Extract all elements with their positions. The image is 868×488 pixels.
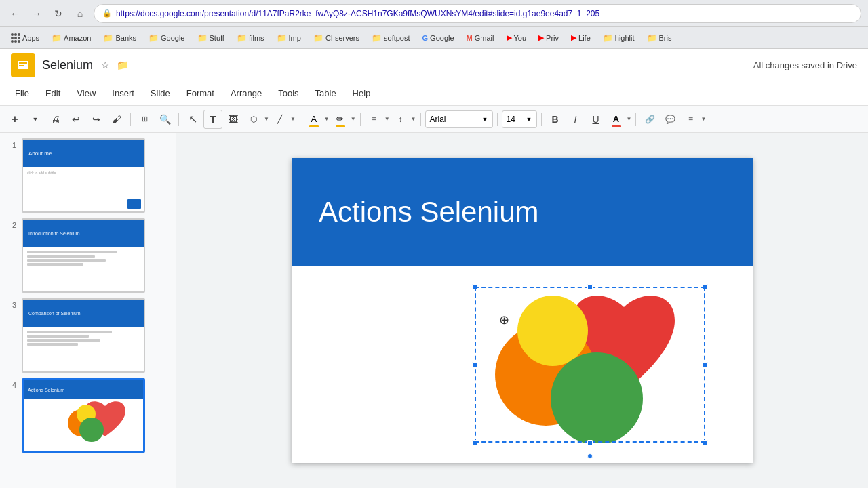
print-button[interactable]: 🖨: [46, 110, 65, 129]
slide-thumb-2[interactable]: Introduction to Selenium: [22, 218, 145, 293]
home-button[interactable]: ⌂: [72, 5, 88, 22]
handle-tc[interactable]: [587, 284, 593, 289]
paragraph-align-dropdown[interactable]: ≡ ▼: [681, 110, 706, 129]
menu-help[interactable]: Help: [346, 85, 378, 101]
slide-body[interactable]: ⊕: [292, 266, 753, 463]
select-button[interactable]: ↖: [183, 110, 202, 129]
bookmark-softpost[interactable]: 📁 softpost: [366, 31, 416, 45]
slide-title-area[interactable]: Actions Selenium: [292, 158, 753, 266]
slide-item-4[interactable]: 4 Actions Selenium: [5, 378, 170, 453]
font-selector[interactable]: Arial ▼: [425, 110, 493, 128]
handle-tl[interactable]: [472, 284, 477, 289]
content-line: [27, 331, 112, 333]
bookmark-banks[interactable]: 📁 Banks: [98, 31, 142, 45]
menu-insert[interactable]: Insert: [105, 85, 141, 101]
text-align-button[interactable]: ≡: [365, 110, 384, 129]
bookmark-highlit[interactable]: 📁 highlit: [597, 31, 640, 45]
handle-bl[interactable]: [472, 440, 477, 445]
line-color-button[interactable]: ✏: [331, 110, 350, 129]
shapes-dropdown[interactable]: ⬡ ▼: [244, 110, 269, 129]
slide-thumb-4[interactable]: Actions Selenium: [22, 378, 145, 453]
menu-edit[interactable]: Edit: [39, 85, 67, 101]
folder-button[interactable]: 📁: [115, 58, 130, 72]
text-align-dropdown[interactable]: ≡ ▼: [365, 110, 390, 129]
editing-area[interactable]: Actions Selenium: [176, 133, 868, 488]
slide2-body: [23, 247, 144, 270]
italic-button[interactable]: I: [566, 110, 585, 129]
add-dropdown-button[interactable]: ▼: [26, 110, 45, 129]
redo-button[interactable]: ↪: [87, 110, 106, 129]
slide-item-1[interactable]: 1 About me click to add subtitle: [5, 138, 170, 213]
menu-slide[interactable]: Slide: [144, 85, 177, 101]
bold-button[interactable]: B: [546, 110, 565, 129]
content-line: [27, 263, 83, 266]
line-color-dropdown[interactable]: ✏ ▼: [331, 110, 356, 129]
forward-button[interactable]: →: [28, 5, 45, 22]
bookmark-amazon[interactable]: 📁 Amazon: [46, 31, 96, 45]
fill-color-button[interactable]: A: [304, 110, 323, 129]
menu-format[interactable]: Format: [180, 85, 221, 101]
line-spacing-button[interactable]: ↕: [391, 110, 410, 129]
address-bar[interactable]: 🔒 https://docs.google.com/presentation/d…: [94, 4, 861, 23]
bookmark-imp[interactable]: 📁 Imp: [271, 31, 307, 45]
image-button[interactable]: 🖼: [224, 110, 243, 129]
menu-table[interactable]: Table: [309, 85, 343, 101]
bookmark-gmail[interactable]: M Gmail: [461, 32, 500, 44]
handle-mr[interactable]: [703, 362, 708, 367]
line-dropdown[interactable]: ╱ ▼: [271, 110, 296, 129]
bookmark-films[interactable]: 📁 films: [231, 31, 270, 45]
undo-button[interactable]: ↩: [66, 110, 85, 129]
refresh-button[interactable]: ↻: [50, 5, 66, 22]
slide-thumb-1[interactable]: About me click to add subtitle: [22, 138, 145, 213]
paint-format-button[interactable]: 🖌: [107, 110, 126, 129]
bookmark-bris[interactable]: 📁 Bris: [642, 31, 677, 45]
bookmark-google2[interactable]: G Google: [417, 32, 460, 44]
line-button[interactable]: ╱: [271, 110, 290, 129]
bookmarks-bar: Apps 📁 Amazon 📁 Banks 📁 Google 📁 Stuff 📁…: [0, 27, 868, 49]
shapes-button[interactable]: ⬡: [244, 110, 263, 129]
slide4-shapes: [24, 399, 143, 443]
handle-br[interactable]: [703, 440, 708, 445]
bookmark-ci[interactable]: 📁 CI servers: [308, 31, 365, 45]
text-color-button[interactable]: A: [607, 110, 626, 129]
lock-icon: 🔒: [102, 9, 112, 18]
menu-file[interactable]: File: [8, 85, 36, 101]
line-spacing-dropdown[interactable]: ↕ ▼: [391, 110, 416, 129]
zoom-fit-button[interactable]: ⊞: [135, 110, 154, 129]
para-align-button[interactable]: ≡: [681, 110, 700, 129]
slide-canvas[interactable]: Actions Selenium: [292, 158, 753, 463]
textbox-button[interactable]: T: [203, 110, 222, 129]
url-text: https://docs.google.com/presentation/d/1…: [116, 9, 599, 18]
slide-item-2[interactable]: 2 Introduction to Selenium: [5, 218, 170, 293]
add-slide-button[interactable]: +: [5, 110, 24, 129]
menu-view[interactable]: View: [70, 85, 102, 101]
bookmark-priv[interactable]: ▶ Priv: [533, 31, 564, 44]
star-button[interactable]: ☆: [100, 58, 111, 72]
rotation-handle[interactable]: [587, 453, 593, 459]
bookmark-youtube[interactable]: ▶ You: [501, 31, 532, 44]
handle-bc[interactable]: [587, 440, 593, 445]
underline-button[interactable]: U: [587, 110, 606, 129]
shapes-group[interactable]: ⊕: [475, 287, 705, 443]
bookmark-google[interactable]: 📁 Google: [143, 31, 190, 45]
menu-arrange[interactable]: Arrange: [224, 85, 269, 101]
bookmark-life[interactable]: ▶ Life: [566, 31, 596, 44]
comment-button[interactable]: 💬: [660, 110, 679, 129]
slide-item-3[interactable]: 3 Comparison of Selenium: [5, 298, 170, 373]
link-button[interactable]: 🔗: [640, 110, 659, 129]
handle-ml[interactable]: [472, 362, 477, 367]
folder-icon: 📁: [647, 33, 657, 43]
bookmark-stuff[interactable]: 📁 Stuff: [192, 31, 230, 45]
separator: [635, 113, 636, 126]
slide-thumb-3[interactable]: Comparison of Selenium: [22, 298, 145, 373]
font-size-selector[interactable]: 14 ▼: [502, 110, 537, 128]
handle-tr[interactable]: [703, 284, 708, 289]
slide-title-text: Actions Selenium: [319, 196, 539, 228]
bookmark-label: Google: [430, 34, 454, 42]
bookmark-apps[interactable]: Apps: [5, 31, 45, 45]
menu-tools[interactable]: Tools: [271, 85, 305, 101]
zoom-button[interactable]: 🔍: [155, 110, 174, 129]
fill-color-dropdown[interactable]: A ▼: [304, 110, 330, 129]
text-color-dropdown[interactable]: A ▼: [607, 110, 632, 129]
back-button[interactable]: ←: [7, 5, 23, 22]
